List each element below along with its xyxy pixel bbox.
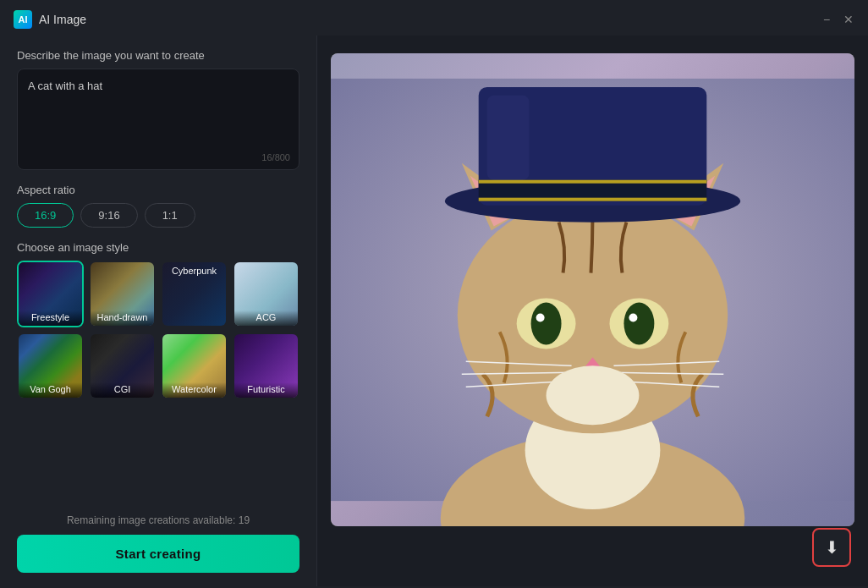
- bottom-section: Remaining image creations available: 19 …: [17, 514, 299, 573]
- style-cyberpunk[interactable]: Cyberpunk: [161, 261, 228, 327]
- style-vangogh[interactable]: Van Gogh: [17, 332, 84, 399]
- style-acg-label: ACG: [234, 310, 298, 326]
- style-cgi-label: CGI: [91, 382, 154, 398]
- ratio-9-16[interactable]: 9:16: [80, 203, 137, 228]
- prompt-section: Describe the image you want to create A …: [17, 49, 299, 170]
- close-button[interactable]: ✕: [843, 14, 854, 25]
- main-layout: Describe the image you want to create A …: [0, 36, 868, 586]
- style-handdrawn-label: Hand-drawn: [91, 310, 154, 326]
- title-bar: AI AI Image − ✕: [0, 0, 868, 36]
- svg-point-20: [629, 313, 637, 321]
- style-freestyle[interactable]: Freestyle: [17, 261, 84, 327]
- svg-point-28: [547, 365, 640, 425]
- image-bottom-bar: ⬇: [331, 526, 854, 569]
- title-bar-controls: − ✕: [821, 14, 854, 25]
- download-button[interactable]: ⬇: [812, 528, 851, 567]
- style-acg[interactable]: ACG: [233, 261, 299, 327]
- ratio-16-9[interactable]: 16:9: [17, 203, 74, 228]
- style-watercolor[interactable]: Watercolor: [161, 332, 228, 399]
- svg-rect-14: [479, 198, 707, 201]
- style-vangogh-label: Van Gogh: [19, 382, 82, 398]
- window-title: AI Image: [39, 13, 86, 26]
- app-icon: AI: [14, 10, 32, 29]
- svg-point-17: [531, 302, 562, 344]
- prompt-label: Describe the image you want to create: [17, 49, 299, 62]
- svg-rect-13: [479, 180, 707, 184]
- svg-point-18: [624, 302, 654, 344]
- svg-rect-12: [487, 96, 530, 180]
- start-creating-button[interactable]: Start creating: [17, 535, 299, 573]
- style-handdrawn[interactable]: Hand-drawn: [89, 261, 156, 327]
- prompt-textarea[interactable]: A cat with a hat: [28, 80, 288, 156]
- style-grid: Freestyle Hand-drawn Cyberpunk ACG: [17, 261, 299, 399]
- right-panel: ⬇: [317, 36, 868, 586]
- generated-image-container: [331, 53, 854, 526]
- style-cyberpunk-label: Cyberpunk: [162, 266, 226, 276]
- style-label: Choose an image style: [17, 241, 299, 254]
- style-watercolor-label: Watercolor: [162, 382, 226, 398]
- svg-point-19: [536, 313, 545, 321]
- style-freestyle-label: Freestyle: [19, 310, 82, 326]
- style-cgi[interactable]: CGI: [89, 332, 156, 399]
- style-futuristic-label: Futuristic: [234, 382, 298, 398]
- aspect-ratio-section: Aspect ratio 16:9 9:16 1:1: [17, 184, 299, 228]
- style-section: Choose an image style Freestyle Hand-dra…: [17, 241, 299, 399]
- remaining-text: Remaining image creations available: 19: [17, 514, 299, 526]
- title-bar-left: AI AI Image: [14, 10, 86, 29]
- aspect-ratio-label: Aspect ratio: [17, 184, 299, 196]
- ratio-buttons: 16:9 9:16 1:1: [17, 203, 299, 228]
- ratio-1-1[interactable]: 1:1: [145, 203, 195, 228]
- style-futuristic[interactable]: Futuristic: [233, 332, 299, 399]
- cat-image: [331, 53, 854, 526]
- download-icon: ⬇: [825, 537, 839, 558]
- minimize-button[interactable]: −: [821, 14, 832, 25]
- prompt-area: A cat with a hat 16/800: [17, 69, 299, 170]
- char-count: 16/800: [261, 152, 290, 162]
- left-panel: Describe the image you want to create A …: [0, 36, 317, 586]
